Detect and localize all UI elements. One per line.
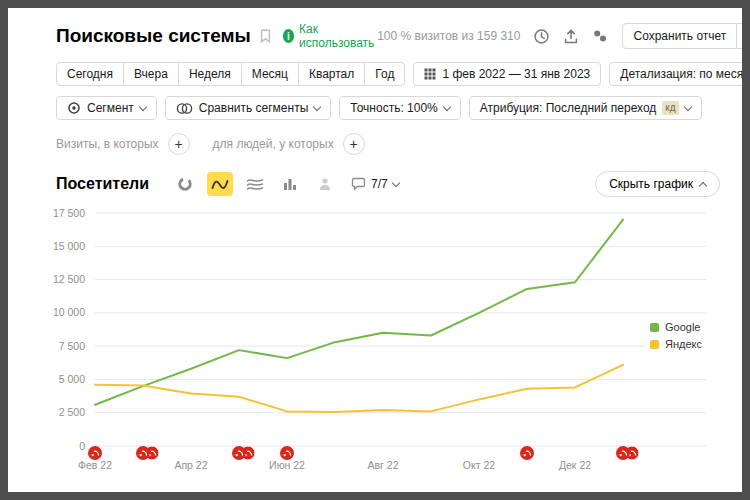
x-tick-label: Июн 22 <box>269 459 305 471</box>
preset-yesterday[interactable]: Вчера <box>123 62 179 86</box>
chart-type-pie-icon[interactable] <box>172 172 198 196</box>
preset-week[interactable]: Неделя <box>178 62 242 86</box>
attribution-label: Атрибуция: Последний переход <box>480 101 657 115</box>
chevron-down-icon <box>443 102 451 110</box>
how-to-use-link[interactable]: i Как использовать <box>283 22 377 50</box>
chart-type-bar-icon[interactable] <box>277 172 303 196</box>
news-marker[interactable] <box>520 446 534 460</box>
segment-label: Сегмент <box>87 101 134 115</box>
detalization-label: Детализация: по месяцам <box>620 67 750 81</box>
chevron-down-icon <box>313 102 321 110</box>
series-line-яндекс <box>95 365 623 412</box>
page-title: Поисковые системы <box>56 25 251 47</box>
legend-label-yandex: Яндекс <box>665 338 702 350</box>
people-filter-label: для людей, у которых <box>213 137 334 151</box>
venn-icon <box>176 102 193 115</box>
chart-toolbar: Посетители 7/7 <box>56 171 720 197</box>
x-tick-label: Окт 22 <box>463 459 495 471</box>
y-tick-label: 5 000 <box>59 373 85 385</box>
attribution-badge: кд <box>662 101 678 115</box>
news-marker[interactable] <box>88 446 102 460</box>
detalization-button[interactable]: Детализация: по месяцам <box>609 62 750 86</box>
chart-type-area-icon[interactable] <box>242 172 268 196</box>
news-marker[interactable] <box>232 446 255 460</box>
accuracy-label: Точность: 100% <box>350 101 437 115</box>
report-header: Поисковые системы i Как использовать 100… <box>56 22 720 50</box>
chart-legend: Google Яндекс <box>646 319 706 352</box>
export-icon[interactable] <box>563 28 579 45</box>
news-marker[interactable] <box>616 446 639 460</box>
add-visits-filter-button[interactable]: + <box>168 133 190 155</box>
x-tick-label: Фев 22 <box>78 459 112 471</box>
period-toolbar: Сегодня Вчера Неделя Месяц Квартал Год 1… <box>56 62 720 86</box>
save-report-group: Сохранить отчет <box>622 23 750 49</box>
calendar-grid-icon <box>424 68 436 80</box>
save-report-button[interactable]: Сохранить отчет <box>622 23 737 49</box>
chevron-up-icon <box>699 181 707 189</box>
filter-bar: Визиты, в которых + для людей, у которых… <box>56 133 720 155</box>
y-tick-label: 7 500 <box>59 340 85 352</box>
bookmark-icon[interactable] <box>260 29 271 43</box>
how-to-use-label: Как использовать <box>299 22 377 50</box>
legend-swatch-google <box>650 323 659 332</box>
hide-chart-label: Скрыть график <box>609 177 693 191</box>
visits-summary: 100 % визитов из 159 310 <box>377 29 520 43</box>
history-icon[interactable] <box>533 28 550 45</box>
chart-type-line-icon[interactable] <box>207 172 233 196</box>
segment-button[interactable]: Сегмент <box>56 96 157 120</box>
accuracy-button[interactable]: Точность: 100% <box>339 96 460 120</box>
plus-icon: + <box>350 137 358 151</box>
compare-segments-button[interactable]: Сравнить сегменты <box>165 96 332 120</box>
preset-quarter[interactable]: Квартал <box>298 62 365 86</box>
apps-icon[interactable] <box>592 28 608 44</box>
info-icon: i <box>283 29 294 43</box>
audience-icon[interactable] <box>312 172 338 196</box>
visitors-chart[interactable]: 02 5005 0007 50010 00012 50015 00017 500… <box>18 203 724 479</box>
compare-segments-label: Сравнить сегменты <box>199 101 309 115</box>
goals-selector[interactable]: 7/7 <box>351 177 399 191</box>
add-people-filter-button[interactable]: + <box>343 133 365 155</box>
metrica-report-page: Поисковые системы i Как использовать 100… <box>8 22 742 500</box>
news-marker[interactable] <box>136 446 159 460</box>
segment-toolbar: Сегмент Сравнить сегменты Точность: 100%… <box>56 96 720 120</box>
preset-year[interactable]: Год <box>364 62 405 86</box>
visits-filter-label: Визиты, в которых <box>56 137 159 151</box>
hide-chart-button[interactable]: Скрыть график <box>595 171 720 197</box>
y-tick-label: 10 000 <box>53 306 85 318</box>
date-range-label: 1 фев 2022 — 31 янв 2023 <box>442 67 590 81</box>
y-tick-label: 15 000 <box>53 240 85 252</box>
news-marker[interactable] <box>280 446 294 460</box>
save-report-dropdown[interactable] <box>736 23 750 49</box>
x-tick-label: Авг 22 <box>367 459 398 471</box>
x-tick-label: Дек 22 <box>559 459 591 471</box>
legend-label-google: Google <box>665 321 700 333</box>
chevron-down-icon <box>744 30 750 38</box>
window-frame: Поисковые системы i Как использовать 100… <box>0 0 750 500</box>
segment-icon <box>67 101 81 115</box>
y-tick-label: 0 <box>79 440 85 452</box>
date-range-button[interactable]: 1 фев 2022 — 31 янв 2023 <box>413 62 601 86</box>
attribution-button[interactable]: Атрибуция: Последний переход кд <box>469 96 702 120</box>
x-tick-label: Апр 22 <box>174 459 207 471</box>
chart-area: 02 5005 0007 50010 00012 50015 00017 500… <box>18 203 742 479</box>
legend-swatch-yandex <box>650 340 659 349</box>
plus-icon: + <box>174 137 182 151</box>
goals-count: 7/7 <box>371 177 388 191</box>
series-line-google <box>95 220 623 405</box>
chevron-down-icon <box>683 102 691 110</box>
y-tick-label: 17 500 <box>53 207 85 219</box>
chevron-down-icon <box>139 102 147 110</box>
period-presets: Сегодня Вчера Неделя Месяц Квартал Год <box>56 62 405 86</box>
chevron-down-icon <box>392 178 400 186</box>
preset-month[interactable]: Месяц <box>241 62 299 86</box>
legend-item-google[interactable]: Google <box>650 321 702 333</box>
y-tick-label: 2 500 <box>59 406 85 418</box>
y-tick-label: 12 500 <box>53 273 85 285</box>
comment-bubble-icon <box>351 177 366 191</box>
legend-item-yandex[interactable]: Яндекс <box>650 338 702 350</box>
preset-today[interactable]: Сегодня <box>56 62 124 86</box>
metric-title: Посетители <box>56 175 149 193</box>
